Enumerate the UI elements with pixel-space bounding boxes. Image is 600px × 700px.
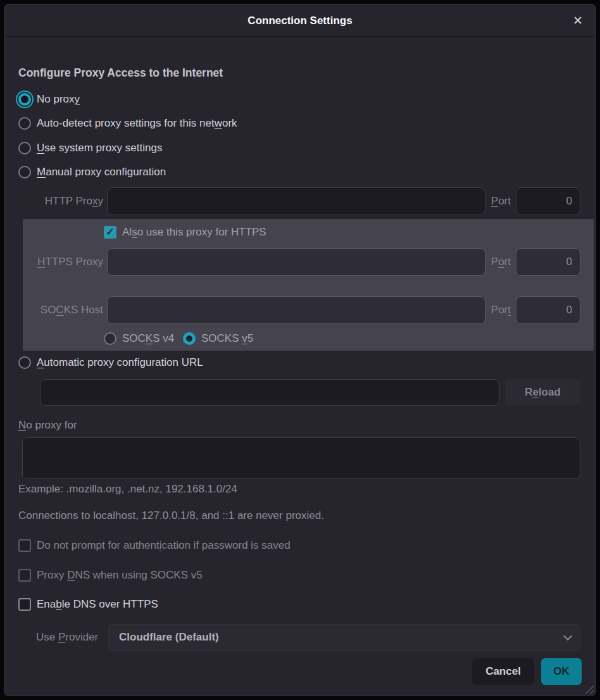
ok-button[interactable]: OK — [541, 658, 582, 685]
radio-label-manual-proxy[interactable]: Manual proxy configuration — [37, 166, 166, 178]
doh-provider-dropdown[interactable]: Cloudflare (Default) — [108, 624, 580, 651]
radio-icon-no-proxy[interactable] — [18, 93, 31, 106]
resize-grip[interactable] — [585, 685, 594, 694]
checkbox-icon-proxy-dns[interactable] — [18, 569, 31, 582]
close-icon[interactable]: ✕ — [568, 11, 588, 31]
https-proxy-label: HTTPS Proxy — [30, 248, 103, 276]
checkbox-icon-enable-doh[interactable] — [18, 598, 31, 611]
socks-port-label: Port — [484, 296, 511, 324]
checkbox-proxy-dns[interactable]: Proxy DNS when using SOCKS v5 — [18, 568, 203, 583]
socks-port-input[interactable] — [516, 296, 580, 324]
checkbox-icon-no-prompt-auth[interactable] — [18, 539, 31, 552]
radio-label-no-proxy[interactable]: No proxy — [37, 93, 80, 106]
radio-icon-socks-v4[interactable] — [104, 332, 116, 345]
radio-icon-auto-url[interactable] — [18, 356, 31, 369]
connection-settings-dialog-page: { "colors": { "accent_teal": "#1FA3BD", … — [0, 0, 600, 700]
radio-no-proxy[interactable]: No proxy — [18, 92, 80, 107]
connection-settings-dialog: Connection Settings ✕ Configure Proxy Ac… — [4, 4, 596, 696]
radio-socks-v5[interactable]: SOCKS v5 — [183, 331, 253, 346]
no-proxy-for-label: No proxy for — [18, 419, 77, 432]
dialog-titlebar: Connection Settings ✕ — [4, 4, 596, 37]
radio-icon-system-proxy[interactable] — [18, 142, 31, 154]
socks-host-input[interactable] — [107, 296, 485, 324]
also-https-checkbox-row[interactable]: ✓ Also use this proxy for HTTPS — [104, 225, 266, 240]
radio-socks-v4[interactable]: SOCKS v4 — [104, 331, 174, 346]
radio-label-auto-detect[interactable]: Auto-detect proxy settings for this netw… — [37, 117, 237, 130]
radio-auto-detect[interactable]: Auto-detect proxy settings for this netw… — [18, 116, 237, 131]
auto-url-input[interactable] — [40, 379, 499, 406]
https-port-label: Port — [484, 248, 511, 276]
also-https-checkbox-icon[interactable]: ✓ — [104, 226, 116, 239]
radio-label-socks-v4[interactable]: SOCKS v4 — [122, 332, 174, 345]
http-proxy-input[interactable] — [107, 187, 485, 215]
chevron-down-icon — [563, 632, 572, 641]
no-proxy-example-text: Example: .mozilla.org, .net.nz, 192.168.… — [18, 483, 237, 496]
checkbox-no-prompt-auth[interactable]: Do not prompt for authentication if pass… — [18, 538, 291, 553]
section-header: Configure Proxy Access to the Internet — [18, 66, 223, 80]
reload-button[interactable]: Reload — [505, 379, 580, 406]
checkbox-enable-doh[interactable]: Enable DNS over HTTPS — [18, 597, 158, 612]
radio-label-socks-v5[interactable]: SOCKS v5 — [201, 332, 253, 345]
no-proxy-note-text: Connections to localhost, 127.0.0.1/8, a… — [18, 509, 324, 522]
radio-system-proxy[interactable]: Use system proxy settings — [18, 141, 162, 156]
radio-label-system-proxy[interactable]: Use system proxy settings — [37, 142, 162, 154]
radio-label-auto-url[interactable]: Automatic proxy configuration URL — [37, 356, 203, 369]
http-proxy-label: HTTP Proxy — [30, 187, 103, 215]
radio-manual-proxy[interactable]: Manual proxy configuration — [18, 165, 166, 180]
use-provider-label: Use Provider — [36, 624, 98, 651]
socks-host-label: SOCKS Host — [30, 296, 103, 324]
radio-icon-socks-v5[interactable] — [183, 332, 196, 345]
checkbox-label-proxy-dns[interactable]: Proxy DNS when using SOCKS v5 — [37, 569, 203, 582]
http-port-label: Port — [484, 187, 511, 215]
cancel-button[interactable]: Cancel — [472, 658, 534, 685]
doh-provider-value: Cloudflare (Default) — [119, 631, 563, 644]
https-port-input[interactable] — [516, 248, 580, 276]
https-proxy-input[interactable] — [107, 248, 485, 276]
no-proxy-for-textarea[interactable] — [22, 437, 580, 479]
https-socks-highlight-band: ✓ Also use this proxy for HTTPS HTTPS Pr… — [23, 219, 594, 351]
http-port-input[interactable] — [516, 187, 580, 215]
also-https-label[interactable]: Also use this proxy for HTTPS — [122, 226, 266, 239]
radio-auto-url[interactable]: Automatic proxy configuration URL — [18, 355, 203, 370]
radio-icon-auto-detect[interactable] — [18, 117, 31, 130]
radio-icon-manual-proxy[interactable] — [18, 166, 31, 178]
checkbox-label-no-prompt-auth[interactable]: Do not prompt for authentication if pass… — [37, 539, 291, 552]
checkbox-label-enable-doh[interactable]: Enable DNS over HTTPS — [37, 598, 158, 611]
dialog-title: Connection Settings — [4, 4, 596, 37]
